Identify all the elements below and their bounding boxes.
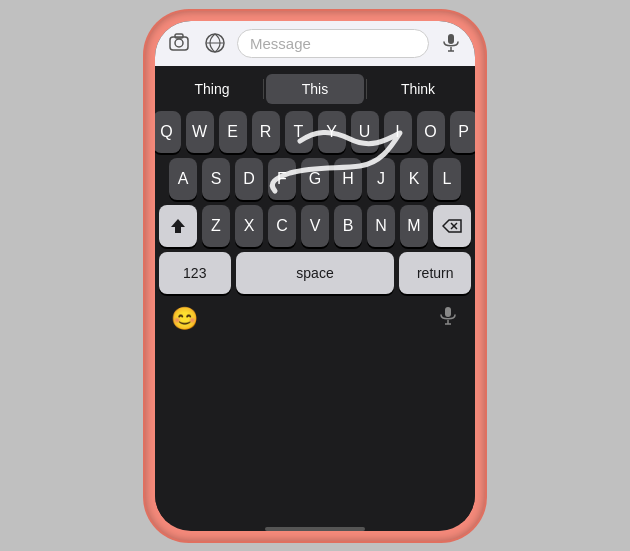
- key-z[interactable]: Z: [202, 205, 230, 247]
- home-indicator: [265, 527, 365, 531]
- key-p[interactable]: P: [450, 111, 476, 153]
- key-n[interactable]: N: [367, 205, 395, 247]
- message-input[interactable]: Message: [237, 29, 429, 58]
- key-c[interactable]: C: [268, 205, 296, 247]
- key-m[interactable]: M: [400, 205, 428, 247]
- phone-inner: Message Thing This: [155, 21, 475, 531]
- key-q[interactable]: Q: [155, 111, 181, 153]
- svg-point-0: [175, 39, 183, 47]
- key-g[interactable]: G: [301, 158, 329, 200]
- key-k[interactable]: K: [400, 158, 428, 200]
- key-i[interactable]: I: [384, 111, 412, 153]
- top-mic-icon[interactable]: [437, 29, 465, 57]
- predictive-divider-1: [263, 79, 264, 99]
- svg-rect-10: [445, 307, 451, 317]
- key-w[interactable]: W: [186, 111, 214, 153]
- key-row-2: A S D F G H J K L: [159, 158, 471, 200]
- top-bar: Message: [155, 21, 475, 66]
- key-a[interactable]: A: [169, 158, 197, 200]
- predictive-think[interactable]: Think: [369, 74, 467, 104]
- key-f[interactable]: F: [268, 158, 296, 200]
- message-placeholder: Message: [250, 35, 311, 52]
- key-row-1: Q W E R T Y U I O P: [159, 111, 471, 153]
- predictive-thing[interactable]: Thing: [163, 74, 261, 104]
- key-e[interactable]: E: [219, 111, 247, 153]
- key-backspace[interactable]: [433, 205, 471, 247]
- key-o[interactable]: O: [417, 111, 445, 153]
- bottom-mic-icon[interactable]: [437, 305, 459, 333]
- predictive-this[interactable]: This: [266, 74, 364, 104]
- key-s[interactable]: S: [202, 158, 230, 200]
- key-v[interactable]: V: [301, 205, 329, 247]
- predictive-row: Thing This Think: [159, 72, 471, 106]
- keyboard: Thing This Think Q W E R T: [155, 66, 475, 523]
- key-t[interactable]: T: [285, 111, 313, 153]
- keyboard-bottom-bar: 😊: [159, 299, 471, 339]
- key-h[interactable]: H: [334, 158, 362, 200]
- key-r[interactable]: R: [252, 111, 280, 153]
- svg-rect-2: [175, 34, 183, 38]
- key-d[interactable]: D: [235, 158, 263, 200]
- key-y[interactable]: Y: [318, 111, 346, 153]
- key-l[interactable]: L: [433, 158, 461, 200]
- key-x[interactable]: X: [235, 205, 263, 247]
- phone-frame: Message Thing This: [145, 11, 485, 541]
- emoji-icon[interactable]: 😊: [171, 306, 198, 332]
- key-j[interactable]: J: [367, 158, 395, 200]
- key-b[interactable]: B: [334, 205, 362, 247]
- key-return[interactable]: return: [399, 252, 471, 294]
- key-shift[interactable]: [159, 205, 197, 247]
- key-row-3: Z X C V B N M: [159, 205, 471, 247]
- predictive-divider-2: [366, 79, 367, 99]
- apps-icon[interactable]: [201, 29, 229, 57]
- key-rows-container: Q W E R T Y U I O P A S D F G: [159, 111, 471, 294]
- key-row-4: 123 space return: [159, 252, 471, 294]
- svg-rect-5: [448, 34, 454, 44]
- key-numbers[interactable]: 123: [159, 252, 231, 294]
- key-space[interactable]: space: [236, 252, 395, 294]
- key-u[interactable]: U: [351, 111, 379, 153]
- camera-icon[interactable]: [165, 29, 193, 57]
